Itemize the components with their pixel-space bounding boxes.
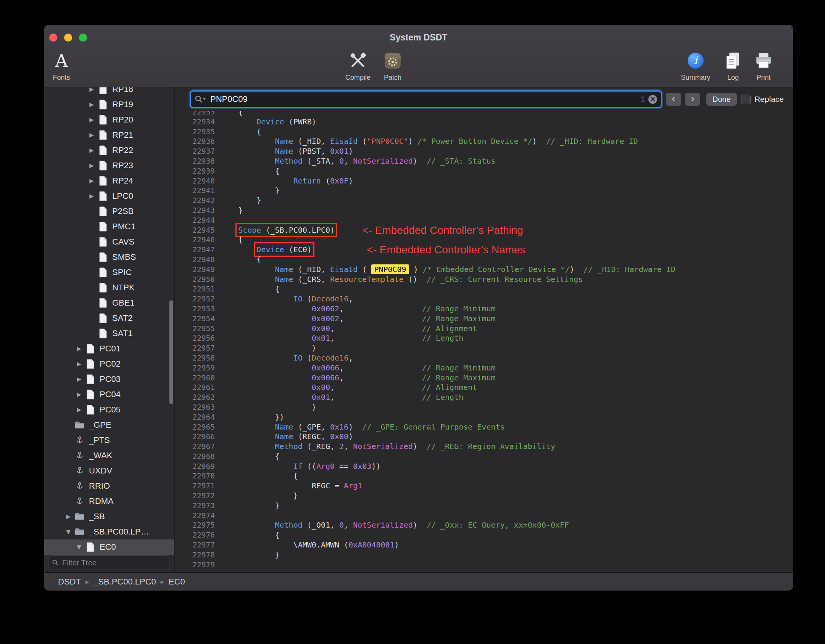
code-token: (_HID, xyxy=(293,137,330,146)
tree-item-rp24[interactable]: ▶RP24 xyxy=(44,173,174,188)
code-token xyxy=(220,137,275,146)
tree-item-label: RP21 xyxy=(112,130,133,140)
code-editor[interactable]: 1 ✕ ‹ › Done Replace 22933 {22934 Device… xyxy=(175,87,793,572)
tree-item-label: NTPK xyxy=(112,283,135,293)
tree-item-rp18[interactable]: ▶RP18 xyxy=(44,87,174,97)
filter-tree-input[interactable] xyxy=(61,558,165,568)
chevron-right-icon[interactable]: ▶ xyxy=(73,391,85,398)
search-input[interactable] xyxy=(209,94,637,105)
tree-item-_sb.pc00.lp[interactable]: ▼_SB.PC00.LP… xyxy=(44,524,174,539)
tree-item-spic[interactable]: SPIC xyxy=(44,265,174,280)
code-token: ResourceTemplate xyxy=(330,275,404,284)
code-line: 22941 } xyxy=(175,186,793,196)
tree-item-_pts[interactable]: _PTS xyxy=(44,433,174,448)
compile-icon xyxy=(348,51,367,70)
tree-item-rp23[interactable]: ▶RP23 xyxy=(44,158,174,173)
tree-item-smbs[interactable]: SMBS xyxy=(44,250,174,265)
breadcrumb-item[interactable]: DSDT xyxy=(58,577,81,587)
tree-item-ec0[interactable]: ▼EC0 xyxy=(44,539,174,555)
chevron-right-icon[interactable]: ▶ xyxy=(73,406,85,413)
chevron-right-icon[interactable]: ▶ xyxy=(86,87,97,93)
code-line: 22945 Scope (_SB.PC00.LPC0) <- Embedded … xyxy=(175,225,793,235)
code-token: EisaId xyxy=(330,137,358,146)
chevron-down-icon[interactable]: ▼ xyxy=(73,544,85,551)
breadcrumb-item[interactable]: _SB.PC00.LPC0 xyxy=(93,577,156,587)
tree-item-p2sb[interactable]: P2SB xyxy=(44,204,174,219)
tree-item-pc04[interactable]: ▶PC04 xyxy=(44,387,174,402)
tree-item-_wak[interactable]: _WAK xyxy=(44,448,174,463)
code-token: { xyxy=(220,127,261,136)
tree-item-label: PC04 xyxy=(100,390,121,399)
document-icon xyxy=(99,298,107,308)
line-number: 22977 xyxy=(175,540,215,550)
code-token: (EC0) xyxy=(284,245,312,254)
replace-checkbox[interactable] xyxy=(741,95,751,104)
tree-item-pmc1[interactable]: PMC1 xyxy=(44,219,174,234)
tree-item-pc03[interactable]: ▶PC03 xyxy=(44,372,174,387)
chevron-right-icon[interactable]: ▶ xyxy=(73,361,85,367)
tree-item-rrio[interactable]: RRIO xyxy=(44,478,174,494)
chevron-right-icon[interactable]: ▶ xyxy=(86,132,97,138)
code-line-content: \AMW0.AMWN (0xA0040001) xyxy=(220,540,399,550)
toolbar-patch-button[interactable]: Patch xyxy=(368,49,417,82)
code-token: , xyxy=(344,156,353,166)
tree-item-_sb[interactable]: ▶_SB xyxy=(44,509,174,524)
chevron-down-icon[interactable]: ▼ xyxy=(63,528,74,535)
tree-item-gbe1[interactable]: GBE1 xyxy=(44,295,174,311)
code-token xyxy=(220,225,238,235)
tree-item-_gpe[interactable]: _GPE xyxy=(44,417,174,433)
chevron-right-icon[interactable]: ▶ xyxy=(86,116,97,123)
tree-item-pc05[interactable]: ▶PC05 xyxy=(44,402,174,417)
document-icon xyxy=(99,282,107,293)
annotation-text: <- Embedded Controller’s Names xyxy=(367,245,525,255)
tree-item-pc02[interactable]: ▶PC02 xyxy=(44,356,174,372)
match-count: 1 xyxy=(641,95,645,103)
breadcrumb-item[interactable]: EC0 xyxy=(169,577,185,587)
status-bar: DSDT▸_SB.PC00.LPC0▸EC0 xyxy=(44,572,793,591)
tree-item-label: _WAK xyxy=(89,451,113,460)
folder-icon xyxy=(74,512,85,521)
code-line: 22960 0x0066, // Range Maximum xyxy=(175,373,793,383)
code-token xyxy=(220,275,275,284)
tree-item-cavs[interactable]: CAVS xyxy=(44,234,174,250)
code-token: ) xyxy=(220,343,316,353)
clear-search-button[interactable]: ✕ xyxy=(648,95,657,104)
chevron-right-icon[interactable]: ▶ xyxy=(63,513,74,520)
tree-item-lpc0[interactable]: ▶LPC0 xyxy=(44,188,174,204)
sidebar-scrollbar[interactable] xyxy=(169,300,173,404)
code-line: 22966 Name (REGC, 0x00) xyxy=(175,432,793,442)
tree-item-sat2[interactable]: SAT2 xyxy=(44,311,174,326)
tree-item-rp20[interactable]: ▶RP20 xyxy=(44,112,174,127)
document-icon xyxy=(99,313,107,324)
chevron-right-icon[interactable]: ▶ xyxy=(86,147,97,154)
search-field[interactable]: 1 ✕ xyxy=(190,90,662,108)
chevron-right-icon[interactable]: ▶ xyxy=(86,193,97,200)
chevron-right-icon[interactable]: ▶ xyxy=(86,177,97,184)
code-line-content: 0x00, // Alignment xyxy=(220,383,477,393)
code-line: 22944 xyxy=(175,216,793,225)
tree-item-rp19[interactable]: ▶RP19 xyxy=(44,97,174,112)
previous-match-button[interactable]: ‹ xyxy=(666,93,681,106)
tree-item-rp22[interactable]: ▶RP22 xyxy=(44,143,174,158)
filter-tree-field[interactable] xyxy=(48,555,169,570)
code-token: 2 xyxy=(339,442,344,451)
done-button[interactable]: Done xyxy=(706,93,737,106)
line-number: 22961 xyxy=(175,383,215,393)
chevron-right-icon[interactable]: ▶ xyxy=(86,162,97,169)
chevron-right-icon[interactable]: ▶ xyxy=(73,345,85,352)
tree-item-sat1[interactable]: SAT1 xyxy=(44,326,174,341)
tree-item-uxdv[interactable]: UXDV xyxy=(44,463,174,478)
code-line-content: Method (_Q01, 0, NotSerialized) // _Qxx:… xyxy=(220,520,569,530)
tree-item-rp21[interactable]: ▶RP21 xyxy=(44,127,174,143)
next-match-button[interactable]: › xyxy=(685,93,700,106)
code-line-content: Name (_CRS, ResourceTemplate () // _CRS:… xyxy=(220,275,583,285)
toolbar-fonts-button[interactable]: A Fonts xyxy=(44,49,86,82)
tree-item-pc01[interactable]: ▶PC01 xyxy=(44,341,174,356)
chevron-right-icon[interactable]: ▶ xyxy=(73,376,85,383)
chevron-right-icon[interactable]: ▶ xyxy=(86,101,97,108)
code-token: ( xyxy=(358,265,371,274)
code-token: (PBST, xyxy=(293,147,330,156)
toolbar-print-button[interactable]: Print xyxy=(739,49,788,82)
tree-item-ntpk[interactable]: NTPK xyxy=(44,280,174,295)
tree-item-rdma[interactable]: RDMA xyxy=(44,494,174,509)
